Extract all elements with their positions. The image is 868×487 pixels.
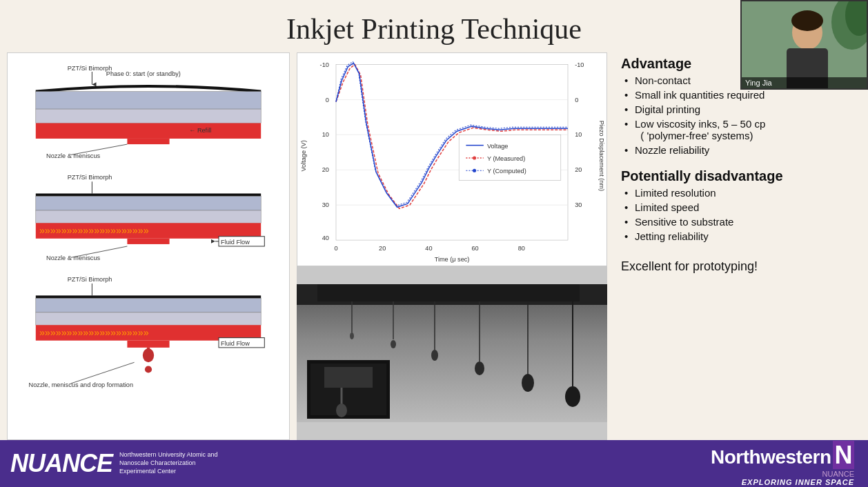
disadvantage-item-1: Limited resolution	[624, 186, 851, 200]
svg-rect-11	[36, 109, 261, 123]
svg-text:Nozzle & meniscus: Nozzle & meniscus	[46, 153, 100, 160]
svg-point-89	[475, 361, 484, 375]
advantage-item-4: Low viscosity inks, 5 – 50 cp ( 'polymer…	[624, 117, 851, 143]
svg-point-40	[145, 366, 152, 372]
svg-text:30: 30	[575, 201, 582, 208]
svg-text:10: 10	[575, 131, 582, 138]
svg-text:← Refill: ← Refill	[189, 127, 211, 134]
svg-point-2	[791, 10, 823, 31]
nuance-logo-text: NUANCE	[10, 449, 112, 477]
nw-tagline-text: EXPLORING INNER SPACE	[711, 478, 854, 486]
disadvantage-item-4: Jetting reliability	[624, 229, 851, 244]
svg-rect-96	[324, 367, 373, 388]
video-thumbnail: Ying Jia	[740, 0, 868, 90]
svg-text:Y (Measured): Y (Measured)	[487, 155, 525, 162]
svg-text:40: 40	[322, 235, 329, 241]
svg-point-74	[473, 156, 476, 159]
svg-point-87	[431, 350, 438, 361]
svg-text:»»»»»»»»»»»»»»»»»»»»: »»»»»»»»»»»»»»»»»»»»	[39, 225, 149, 236]
svg-text:60: 60	[472, 245, 479, 252]
slide-title: Inkjet Printing Technique	[0, 0, 868, 52]
svg-text:Voltage: Voltage	[487, 143, 509, 150]
left-panel: PZT/Si Bimorph Phase 0: start (or standb…	[7, 52, 290, 440]
disadvantage-section: Potentially disadvantage Limited resolut…	[621, 168, 851, 244]
svg-rect-20	[36, 197, 261, 210]
svg-rect-21	[36, 210, 261, 223]
svg-point-85	[391, 340, 396, 348]
svg-text:0: 0	[326, 97, 329, 103]
svg-text:Phase 0: start (or standby): Phase 0: start (or standby)	[106, 70, 181, 77]
svg-text:Nozzle, meniscus and drop form: Nozzle, meniscus and drop formation	[29, 381, 133, 388]
svg-text:Y (Computed): Y (Computed)	[487, 168, 526, 175]
disadvantage-heading: Potentially disadvantage	[621, 168, 851, 184]
svg-rect-13	[127, 139, 169, 144]
advantage-item-5: Nozzle reliability	[624, 143, 851, 157]
excellent-text: Excellent for prototyping!	[621, 259, 851, 274]
svg-rect-24	[127, 239, 169, 244]
svg-text:Piezo Displacement (nm): Piezo Displacement (nm)	[598, 121, 605, 191]
svg-text:10: 10	[322, 131, 329, 138]
advantage-item-3: Digital printing	[624, 102, 851, 117]
svg-rect-32	[36, 295, 261, 298]
svg-rect-10	[36, 92, 261, 110]
svg-point-93	[565, 386, 580, 407]
svg-text:Voltage (V): Voltage (V)	[300, 140, 307, 171]
right-panel: Advantage Non-contact Small ink quantiti…	[614, 52, 858, 440]
content-area: PZT/Si Bimorph Phase 0: start (or standb…	[0, 52, 868, 440]
video-name-tag: Ying Jia	[742, 77, 867, 88]
chart-area: -10 0 10 20 30 40 -10 0 10 20 30 0 20 40	[297, 52, 607, 266]
svg-text:20: 20	[322, 166, 329, 173]
svg-rect-19	[36, 194, 261, 197]
svg-text:PZT/Si Bimorph: PZT/Si Bimorph	[68, 174, 112, 181]
svg-text:PZT/Si Bimorph: PZT/Si Bimorph	[68, 276, 112, 283]
nuance-logo: NUANCE	[10, 449, 112, 478]
svg-text:»»»»»»»»»»»»»»»»»»»»: »»»»»»»»»»»»»»»»»»»»	[39, 327, 149, 338]
svg-text:PZT/Si Bimorph: PZT/Si Bimorph	[68, 65, 112, 72]
advantage-item-2: Small ink quantities required	[624, 88, 851, 102]
svg-rect-34	[36, 312, 261, 325]
drop-image-area	[297, 266, 607, 440]
svg-point-91	[522, 374, 534, 392]
svg-text:Fluid Flow: Fluid Flow	[221, 340, 250, 347]
svg-text:80: 80	[518, 245, 525, 252]
nw-nuance-text: NUANCE	[711, 470, 854, 478]
svg-text:20: 20	[379, 245, 386, 252]
slide-container: Ying Jia Inkjet Printing Technique PZT/S…	[0, 0, 868, 487]
disadvantage-item-2: Limited speed	[624, 200, 851, 215]
svg-point-98	[336, 404, 347, 417]
svg-text:-10: -10	[320, 61, 329, 68]
svg-text:40: 40	[425, 245, 432, 252]
svg-text:0: 0	[575, 97, 578, 103]
nuance-subtitle: Northwestern University Atomic and Nanos…	[119, 451, 230, 475]
middle-panel: -10 0 10 20 30 40 -10 0 10 20 30 0 20 40	[297, 52, 607, 440]
northwestern-logo: NorthwesternN NUANCE EXPLORING INNER SPA…	[711, 441, 854, 486]
northwestern-text: NorthwesternN	[711, 441, 854, 470]
svg-text:Nozzle & meniscus: Nozzle & meniscus	[46, 255, 100, 261]
svg-rect-33	[36, 298, 261, 312]
svg-text:0: 0	[334, 245, 337, 252]
footer-left: NUANCE Northwestern University Atomic an…	[0, 440, 434, 487]
disadvantage-item-3: Sensitive to substrate	[624, 215, 851, 229]
svg-text:Time (μ sec): Time (μ sec)	[435, 256, 470, 263]
svg-point-83	[350, 332, 354, 339]
svg-text:20: 20	[575, 166, 582, 173]
svg-rect-81	[317, 284, 580, 301]
disadvantage-list: Limited resolution Limited speed Sensiti…	[621, 186, 851, 244]
svg-rect-37	[127, 341, 169, 348]
svg-point-77	[473, 169, 476, 172]
svg-text:-10: -10	[575, 61, 584, 68]
svg-text:30: 30	[322, 201, 329, 208]
footer-right: NorthwesternN NUANCE EXPLORING INNER SPA…	[434, 440, 868, 487]
footer-bar: NUANCE Northwestern University Atomic an…	[0, 440, 868, 487]
svg-rect-12	[36, 123, 261, 139]
svg-text:Fluid Flow: Fluid Flow	[221, 239, 250, 246]
video-person: Ying Jia	[742, 1, 867, 88]
